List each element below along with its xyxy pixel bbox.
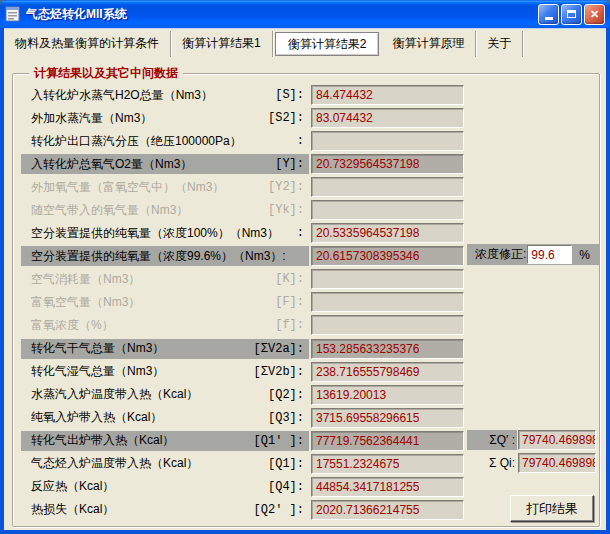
row-value-field[interactable]: 20.6157308395346 [311,246,464,266]
row-label-area: 外加氧气量（富氧空气中）（Nm3）[Y2]: [21,177,309,197]
row-value: 17551.2324675 [312,457,399,471]
row-label-area: 外加水蒸汽量（Nm3）[S2]: [21,108,309,128]
row-label: 外加氧气量（富氧空气中）（Nm3） [31,179,224,196]
tab-3[interactable]: 衡算计算结果2 [275,32,380,56]
row-symbol: [K]: [275,272,304,286]
row-label-area: 入转化炉总氧气O2量（Nm3）[Y]: [21,154,309,174]
form-row: 纯氧入炉带入热（Kcal）[Q3]:3715.69558296615 [13,407,599,430]
row-label: 转化气干气总量（Nm3） [31,340,164,357]
concentration-input[interactable] [527,245,572,264]
groupbox-title: 计算结果以及其它中间数据 [29,65,183,82]
row-value-field[interactable]: 44854.3417181255 [311,477,464,497]
row-symbol: [Q3]: [268,411,304,425]
row-value-field[interactable] [311,315,464,335]
form-row: 入转化炉水蒸气H2O总量（Nm3）[S]:84.474432 [13,84,599,107]
form-row: 富氧空气量（Nm3）[F]: [13,291,599,314]
row-label-area: 反应热（Kcal）[Q4]: [21,477,309,497]
row-label: 富氧浓度（%） [31,317,114,334]
tab-2[interactable]: 衡算计算结果1 [171,31,273,57]
row-label: 空气消耗量（Nm3） [31,271,140,288]
row-value-field[interactable] [311,177,464,197]
row-value: 20.5335964537198 [312,226,419,240]
row-value: 83.074432 [312,111,373,125]
row-value-field[interactable]: 3715.69558296615 [311,408,464,428]
form-row: 转化气湿气总量（Nm3）[ΣV2b]:238.716555798469 [13,361,599,384]
row-label-area: 转化气干气总量（Nm3）[ΣV2a]: [21,339,309,359]
tab-5[interactable]: 关于 [476,31,523,57]
form-row: 随空气带入的氧气量（Nm3）[Yk]: [13,199,599,222]
row-value: 77719.7562364441 [312,434,419,448]
row-value: 20.6157308395346 [312,249,419,263]
row-label: 转化气湿气总量（Nm3） [31,363,164,380]
row-value-field[interactable]: 84.474432 [311,85,464,105]
row-symbol: [ΣV2b]: [254,365,304,379]
row-symbol: : [297,134,304,148]
row-label: 入转化炉总氧气O2量（Nm3） [31,156,192,173]
maximize-button[interactable] [561,4,582,25]
row-value-field[interactable]: 2020.71366214755 [311,500,464,520]
row-label-area: 随空气带入的氧气量（Nm3）[Yk]: [21,200,309,220]
row-value-field[interactable]: 13619.20013 [311,385,464,405]
titlebar: 气态烃转化MII系统 ✕ [0,0,610,28]
row-symbol: [S]: [275,88,304,102]
row-label-area: 空分装置提供的纯氧量（浓度100%）（Nm3）: [21,223,309,243]
row-label: 转化炉出口蒸汽分压（绝压100000Pa） [31,133,242,150]
row-value: 238.716555798469 [312,365,419,379]
row-label: 空分装置提供的纯氧量（浓度99.6%）（Nm3）: [31,248,286,265]
row-label-area: 转化炉出口蒸汽分压（绝压100000Pa）: [21,131,309,151]
sum-qi-field[interactable]: 79740.469898 [518,453,596,473]
tab-1[interactable]: 物料及热量衡算的计算条件 [4,31,171,57]
row-symbol: [Y2]: [268,180,304,194]
row-value: 2020.71366214755 [312,503,419,517]
close-icon: ✕ [590,9,599,20]
form-row: 外加氧气量（富氧空气中）（Nm3）[Y2]: [13,176,599,199]
row-label: 热损失（Kcal） [31,501,114,518]
row-value-field[interactable]: 153.285633235376 [311,339,464,359]
row-label: 水蒸汽入炉温度带入热（Kcal） [31,386,198,403]
sum-q-prime-field[interactable]: 79740.469898 [518,430,596,450]
row-value-field[interactable] [311,292,464,312]
row-label-area: 热损失（Kcal）[Q2′ ]: [21,500,309,520]
concentration-correction: 浓度修正: % [467,244,599,265]
row-label: 富氧空气量（Nm3） [31,294,140,311]
form-row: 空气消耗量（Nm3）[K]: [13,268,599,291]
form-row: 转化炉出口蒸汽分压（绝压100000Pa）: [13,130,599,153]
row-value-field[interactable] [311,131,464,151]
minimize-button[interactable] [538,4,559,25]
row-label-area: 入转化炉水蒸气H2O总量（Nm3）[S]: [21,85,309,105]
row-symbol: : [297,226,304,240]
row-label-area: 空分装置提供的纯氧量（浓度99.6%）（Nm3）: [21,246,309,266]
row-value-field[interactable]: 20.7329564537198 [311,154,464,174]
row-symbol: [Q1]: [268,457,304,471]
row-value-field[interactable] [311,269,464,289]
sum-q-prime-value: 79740.469898 [519,433,595,447]
row-symbol: [S2]: [268,111,304,125]
row-value-field[interactable]: 17551.2324675 [311,454,464,474]
row-label: 纯氧入炉带入热（Kcal） [31,409,162,426]
form-row: 富氧浓度（%）[f]: [13,314,599,337]
row-value: 3715.69558296615 [312,411,419,425]
row-value-field[interactable]: 83.074432 [311,108,464,128]
row-value-field[interactable]: 77719.7562364441 [311,431,464,451]
row-label-area: 转化气出炉带入热（Kcal）[Q1′ ]: [21,431,309,451]
row-value-field[interactable]: 238.716555798469 [311,362,464,382]
row-value: 153.285633235376 [312,342,419,356]
row-value: 13619.20013 [312,388,386,402]
row-label-area: 纯氧入炉带入热（Kcal）[Q3]: [21,408,309,428]
row-symbol: [ΣV2a]: [254,342,304,356]
row-value: 20.7329564537198 [312,157,419,171]
row-value-field[interactable] [311,200,464,220]
print-results-button[interactable]: 打印结果 [510,495,594,522]
minimize-icon [545,17,553,20]
row-label-area: 富氧浓度（%）[f]: [21,315,309,335]
row-label-area: 水蒸汽入炉温度带入热（Kcal）[Q2]: [21,385,309,405]
window-title: 气态烃转化MII系统 [26,6,536,23]
close-button[interactable]: ✕ [584,4,605,25]
results-groupbox: 计算结果以及其它中间数据 入转化炉水蒸气H2O总量（Nm3）[S]:84.474… [12,73,600,527]
tab-4[interactable]: 衡算计算原理 [381,31,476,57]
row-value-field[interactable]: 20.5335964537198 [311,223,464,243]
row-symbol: [Q2]: [268,388,304,402]
sum-q-prime-label: ΣQ′ : [467,430,517,450]
row-label-area: 转化气湿气总量（Nm3）[ΣV2b]: [21,362,309,382]
row-label: 反应热（Kcal） [31,478,114,495]
